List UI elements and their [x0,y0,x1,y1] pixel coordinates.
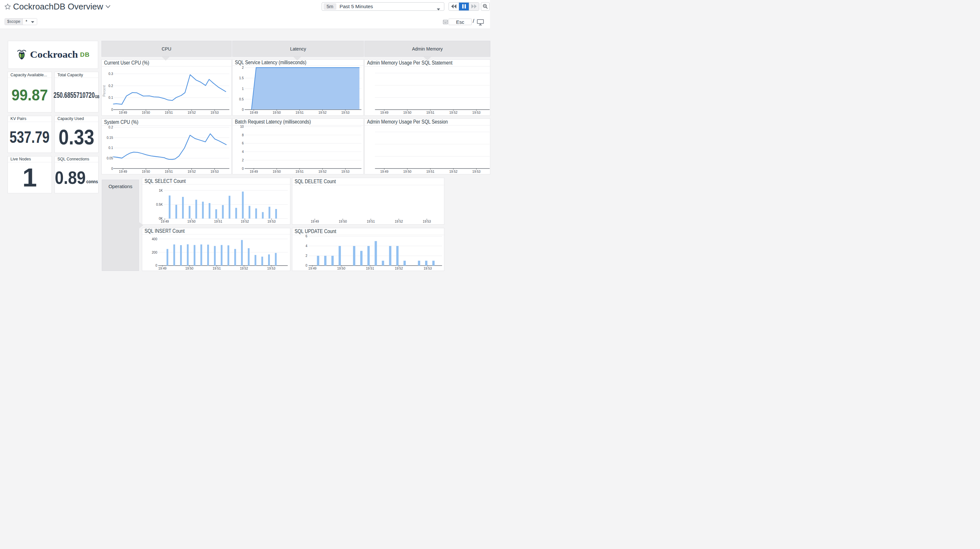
svg-text:0: 0 [156,264,158,267]
svg-text:0.1: 0.1 [108,146,113,150]
svg-text:10: 10 [240,125,244,129]
svg-text:19:49: 19:49 [380,170,388,173]
svg-text:0: 0 [242,108,244,111]
svg-text:19:50: 19:50 [142,111,150,114]
svg-text:19:49: 19:49 [250,170,258,173]
svg-text:6: 6 [242,142,244,145]
svg-text:19:53: 19:53 [267,267,275,270]
svg-text:19:52: 19:52 [450,111,458,114]
svg-text:0.2: 0.2 [108,126,113,129]
svg-text:19:52: 19:52 [187,170,196,173]
svg-text:19:52: 19:52 [395,220,403,223]
svg-text:0.5: 0.5 [239,97,244,101]
svg-text:19:49: 19:49 [250,111,258,114]
svg-text:19:51: 19:51 [296,111,304,114]
svg-text:19:53: 19:53 [210,111,219,114]
svg-text:2: 2 [242,66,244,70]
svg-text:19:51: 19:51 [366,267,374,270]
svg-text:0: 0 [305,264,307,267]
svg-text:19:52: 19:52 [450,170,458,173]
svg-text:19:51: 19:51 [367,220,375,223]
svg-text:19:50: 19:50 [339,220,347,223]
svg-text:1.5: 1.5 [239,76,244,80]
svg-text:19:50: 19:50 [337,267,345,270]
svg-text:19:51: 19:51 [426,170,434,173]
svg-text:19:53: 19:53 [423,267,432,270]
svg-text:0: 0 [242,167,244,170]
svg-text:0.1: 0.1 [108,96,113,100]
svg-text:1K: 1K [159,189,163,192]
svg-text:0.3: 0.3 [108,72,113,76]
svg-text:2: 2 [305,254,307,257]
svg-text:19:52: 19:52 [395,267,403,270]
svg-text:19:51: 19:51 [214,220,223,223]
svg-text:2: 2 [242,159,244,162]
svg-text:200: 200 [152,251,158,254]
svg-text:19:50: 19:50 [273,170,281,173]
svg-text:19:50: 19:50 [185,267,194,270]
svg-text:0K: 0K [159,217,163,221]
svg-text:19:50: 19:50 [403,111,411,114]
svg-text:400: 400 [152,237,158,241]
svg-text:0: 0 [111,167,113,170]
svg-text:6: 6 [305,235,307,238]
svg-text:0.05: 0.05 [107,157,113,160]
svg-text:19:49: 19:49 [119,170,127,173]
svg-text:Percent: Percent [102,86,106,97]
svg-text:19:50: 19:50 [142,170,150,173]
svg-text:19:49: 19:49 [159,267,167,270]
svg-text:19:52: 19:52 [187,111,196,114]
svg-text:19:52: 19:52 [241,220,249,223]
svg-text:19:51: 19:51 [164,170,173,173]
svg-text:19:52: 19:52 [318,170,326,173]
svg-text:19:50: 19:50 [403,170,411,173]
svg-text:19:52: 19:52 [318,111,326,114]
svg-text:4: 4 [242,150,244,154]
svg-text:19:51: 19:51 [296,170,304,173]
svg-text:19:49: 19:49 [308,267,317,270]
svg-text:19:52: 19:52 [240,267,248,270]
svg-text:19:49: 19:49 [310,220,319,223]
svg-text:1: 1 [242,87,244,90]
svg-text:19:53: 19:53 [423,220,431,223]
svg-text:19:50: 19:50 [273,111,281,114]
svg-text:19:51: 19:51 [213,267,221,270]
svg-text:19:53: 19:53 [267,220,276,223]
svg-text:19:53: 19:53 [341,111,349,114]
svg-text:19:51: 19:51 [426,111,434,114]
svg-text:0: 0 [111,108,113,111]
svg-text:8: 8 [242,133,244,137]
svg-text:19:53: 19:53 [473,111,480,114]
svg-text:19:53: 19:53 [341,170,349,173]
svg-text:19:49: 19:49 [119,111,127,114]
svg-text:19:49: 19:49 [380,111,388,114]
svg-text:0.5K: 0.5K [156,203,163,206]
svg-text:0.15: 0.15 [107,136,113,140]
svg-text:19:53: 19:53 [210,170,219,173]
svg-text:19:50: 19:50 [188,220,196,223]
svg-text:0.2: 0.2 [108,84,113,88]
svg-text:19:53: 19:53 [473,170,480,173]
svg-text:19:51: 19:51 [164,111,173,114]
svg-text:4: 4 [305,244,307,248]
